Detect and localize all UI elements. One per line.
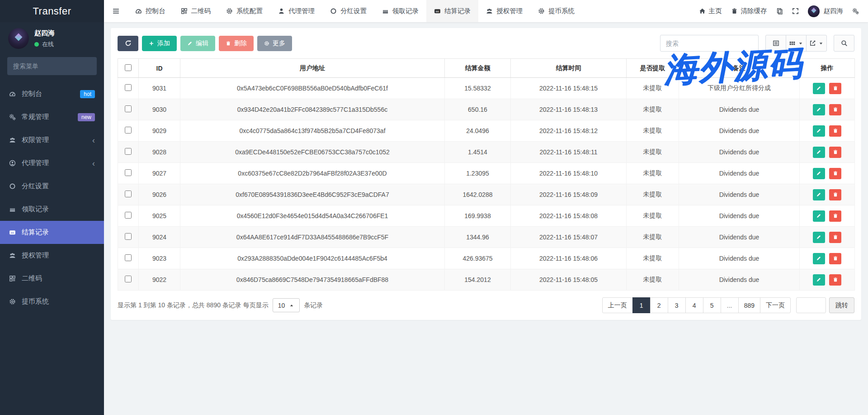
sidebar-item-withdraw-system[interactable]: 提币系统: [0, 290, 104, 313]
withdrawn-status: 未提取: [627, 248, 679, 269]
tab-agents[interactable]: 代理管理: [270, 0, 322, 22]
tab-settlement-records[interactable]: 结算记录: [426, 0, 478, 22]
delete-row-button[interactable]: [829, 125, 841, 137]
sidebar-item-permissions[interactable]: 权限管理 ‹: [0, 129, 104, 152]
avatar[interactable]: [8, 28, 29, 49]
gear-icon: [538, 8, 545, 14]
table-row: 9022 0x846D75ca8669C7548De7947354918665a…: [118, 269, 855, 291]
table-row: 9031 0x5A473eb6cC0F698BB556aB0eD540bAdfb…: [118, 78, 855, 99]
row-checkbox[interactable]: [125, 276, 132, 282]
withdrawn-status: 未提取: [627, 227, 679, 248]
page-button-1[interactable]: 1: [632, 297, 651, 313]
edit-button[interactable]: 编辑: [180, 36, 215, 51]
settlement-records-card: 添加 编辑 删除 更多: [111, 28, 861, 320]
copy-page-button[interactable]: [776, 8, 783, 14]
edit-row-button[interactable]: [813, 253, 825, 264]
trash-icon: [833, 149, 838, 155]
edit-row-button[interactable]: [813, 83, 825, 94]
tab-system-config[interactable]: 系统配置: [218, 0, 270, 22]
delete-row-button[interactable]: [829, 189, 841, 200]
tab-authorization[interactable]: 授权管理: [478, 0, 530, 22]
row-checkbox[interactable]: [125, 127, 132, 134]
settlement-table: ID 用户地址 结算金额 结算时间 是否提取 备注 操作 9031: [118, 58, 855, 291]
delete-row-button[interactable]: [829, 232, 841, 243]
sidebar-item-claim-records[interactable]: 领取记录: [0, 198, 104, 221]
delete-row-button[interactable]: [829, 210, 841, 222]
row-checkbox[interactable]: [125, 191, 132, 197]
page-button-5[interactable]: 5: [703, 297, 721, 313]
sidebar-item-console[interactable]: 控制台 hot: [0, 82, 104, 105]
edit-row-button[interactable]: [813, 147, 825, 158]
sidebar-item-qrcode[interactable]: 二维码: [0, 267, 104, 290]
edit-row-button[interactable]: [813, 104, 825, 115]
row-checkbox[interactable]: [125, 212, 132, 219]
row-checkbox[interactable]: [125, 233, 132, 240]
edit-row-button[interactable]: [813, 125, 825, 137]
edit-row-button[interactable]: [813, 274, 825, 286]
trash-icon: [833, 277, 838, 282]
page-button-889[interactable]: 889: [738, 297, 760, 313]
row-checkbox[interactable]: [125, 84, 132, 91]
avatar: [808, 5, 820, 17]
search-button[interactable]: [834, 35, 854, 52]
delete-button[interactable]: 删除: [219, 36, 254, 51]
pencil-icon: [816, 277, 821, 282]
sidebar-item-dividend-settings[interactable]: 分红设置: [0, 175, 104, 198]
sidebar-search-input[interactable]: [13, 62, 95, 70]
chevron-left-icon: ‹: [92, 136, 95, 144]
export-button[interactable]: [806, 35, 827, 52]
sidebar-item-authorization[interactable]: 授权管理: [0, 244, 104, 267]
delete-row-button[interactable]: [829, 147, 841, 158]
tab-dividend-settings[interactable]: 分红设置: [322, 0, 374, 22]
clear-cache-link[interactable]: 清除缓存: [731, 7, 767, 15]
home-link[interactable]: 主页: [699, 7, 722, 15]
row-checkbox[interactable]: [125, 105, 132, 112]
edit-row-button[interactable]: [813, 210, 825, 222]
next-page-button[interactable]: 下一页: [760, 297, 791, 313]
delete-row-button[interactable]: [829, 253, 841, 264]
sidebar-item-general[interactable]: 常规管理 new: [0, 105, 104, 129]
sidebar-item-agents[interactable]: 代理管理 ‹: [0, 152, 104, 175]
edit-row-button[interactable]: [813, 168, 825, 179]
page-button-3[interactable]: 3: [668, 297, 686, 313]
withdrawn-status: 未提取: [627, 99, 679, 120]
tachometer-icon: [9, 91, 16, 97]
sidebar-toggle-button[interactable]: [104, 0, 127, 22]
edit-row-button[interactable]: [813, 189, 825, 200]
fullscreen-button[interactable]: [792, 8, 799, 14]
edit-row-button[interactable]: [813, 232, 825, 243]
hamburger-icon: [112, 7, 120, 15]
navbar-user-menu[interactable]: 赵四海: [808, 5, 844, 17]
delete-row-button[interactable]: [829, 83, 841, 94]
col-header-remark: 备注: [679, 59, 800, 78]
delete-row-button[interactable]: [829, 274, 841, 286]
row-checkbox[interactable]: [125, 148, 132, 155]
table-header-row: ID 用户地址 结算金额 结算时间 是否提取 备注 操作: [118, 59, 855, 78]
pencil-icon: [816, 86, 821, 91]
tab-console[interactable]: 控制台: [127, 0, 173, 22]
sidebar-item-settlement-records[interactable]: 结算记录: [0, 221, 104, 244]
row-checkbox[interactable]: [125, 254, 132, 261]
settings-button[interactable]: [852, 8, 859, 14]
page-button-4[interactable]: 4: [685, 297, 703, 313]
sidebar-username: 赵四海: [34, 29, 55, 38]
table-search-input[interactable]: [660, 35, 759, 52]
page-button-2[interactable]: 2: [650, 297, 668, 313]
tab-claim-records[interactable]: 领取记录: [374, 0, 426, 22]
delete-row-button[interactable]: [829, 168, 841, 179]
columns-button[interactable]: [786, 35, 807, 52]
tab-qrcode[interactable]: 二维码: [173, 0, 219, 22]
more-button[interactable]: 更多: [257, 36, 292, 51]
delete-row-button[interactable]: [829, 104, 841, 115]
circle-icon: [9, 183, 16, 190]
select-all-checkbox[interactable]: [125, 64, 132, 71]
page-size-dropdown[interactable]: 10: [273, 298, 300, 312]
refresh-button[interactable]: [118, 36, 138, 51]
tab-withdraw-system[interactable]: 提币系统: [530, 0, 582, 22]
prev-page-button[interactable]: 上一页: [602, 297, 633, 313]
detail-view-button[interactable]: [765, 35, 786, 52]
row-checkbox[interactable]: [125, 169, 132, 176]
add-button[interactable]: 添加: [142, 36, 177, 51]
jump-page-input[interactable]: [796, 297, 826, 313]
jump-button[interactable]: 跳转: [829, 297, 854, 313]
